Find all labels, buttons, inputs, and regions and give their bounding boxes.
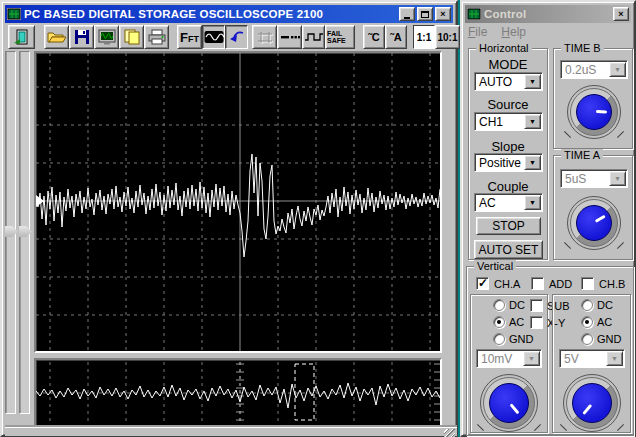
horizontal-group: Horizontal MODE AUTO ▼ Source CH1 ▼ Slop…	[468, 48, 548, 260]
desktop: { "main_window": { "title": "PC BASED DI…	[0, 0, 636, 437]
resize-grip[interactable]	[444, 429, 455, 437]
square-wave-icon	[304, 29, 324, 45]
time-a-value: 5uS	[561, 172, 609, 186]
copy-button[interactable]	[119, 25, 144, 49]
time-b-select: 0.2uS ▼	[560, 60, 628, 79]
couple-dropdown-arrow-icon[interactable]: ▼	[524, 195, 541, 210]
fail-safe-button[interactable]: FAIL SAFE	[325, 25, 355, 49]
toolbar: FFT FAIL SAFE ˜C ˜A 1:1 10:1	[5, 24, 457, 50]
preview-display[interactable]	[34, 358, 442, 428]
exit-door-icon	[12, 29, 32, 45]
chb-ac-label: AC	[597, 316, 612, 328]
source-select[interactable]: CH1 ▼	[474, 112, 543, 131]
add-checkbox-label: ADD	[549, 278, 572, 290]
knob-tick	[477, 424, 484, 431]
waveform-mode-button[interactable]	[202, 25, 225, 49]
main-titlebar[interactable]: PC BASED DIGITAL STORAGE OSCILLOSCOPE 21…	[5, 5, 453, 23]
chb-gnd-radio[interactable]	[581, 333, 593, 345]
save-button[interactable]	[69, 25, 94, 49]
print-button[interactable]	[144, 25, 169, 49]
time-a-select: 5uS ▼	[560, 169, 628, 188]
mode-dropdown-arrow-icon[interactable]: ▼	[524, 74, 541, 89]
grid-icon	[256, 29, 274, 45]
zoom-window-indicator[interactable]	[295, 364, 314, 420]
auto-set-button[interactable]: AUTO SET	[474, 240, 543, 259]
probe-10to1-button[interactable]: 10:1	[435, 25, 460, 49]
save-floppy-icon	[73, 29, 91, 45]
knob-tick	[564, 242, 571, 249]
open-folder-icon	[47, 29, 67, 45]
menu-help[interactable]: Help	[501, 25, 526, 41]
dotted-line-button[interactable]	[277, 25, 302, 49]
add-checkbox[interactable]	[531, 277, 544, 290]
slope-dropdown-arrow-icon[interactable]: ▼	[524, 155, 541, 170]
chb-dc-radio[interactable]	[581, 299, 593, 311]
cha-gain-knob[interactable]	[480, 374, 538, 432]
temp-c-label: ˜C	[368, 31, 380, 43]
sub-checkbox[interactable]	[530, 299, 543, 312]
source-dropdown-arrow-icon[interactable]: ▼	[524, 114, 541, 129]
knob-tick	[560, 424, 567, 431]
control-titlebar[interactable]: Control ×	[465, 5, 631, 23]
probe-1to1-button[interactable]: 1:1	[413, 25, 435, 49]
cha-knob-pointer	[481, 375, 537, 431]
main-waveform	[36, 53, 440, 351]
source-value: CH1	[475, 115, 524, 129]
slope-value: Positive	[475, 156, 524, 170]
time-a-knob[interactable]	[567, 196, 621, 250]
cha-position-slider-thumb[interactable]	[5, 226, 18, 237]
vertical-group-label: Vertical	[474, 260, 516, 272]
printer-icon	[147, 29, 167, 45]
square-wave-button[interactable]	[302, 25, 325, 49]
status-bar	[5, 427, 457, 436]
open-button[interactable]	[44, 25, 69, 49]
slope-select[interactable]: Positive ▼	[474, 153, 543, 172]
cha-gnd-label: GND	[509, 333, 533, 345]
knob-tick	[617, 131, 624, 138]
time-b-value: 0.2uS	[561, 63, 609, 77]
display-capture-button[interactable]	[94, 25, 119, 49]
time-b-dropdown-arrow-icon: ▼	[609, 62, 626, 77]
scope-screen-icon	[97, 29, 117, 45]
chb-gain-knob[interactable]	[563, 374, 621, 432]
probe-1to1-label: 1:1	[417, 32, 431, 43]
minimize-button[interactable]	[399, 7, 415, 21]
close-button[interactable]: ×	[435, 7, 451, 21]
temp-a-button[interactable]: ˜A	[385, 25, 407, 49]
minimize-icon	[404, 17, 410, 19]
chb-checkbox[interactable]	[581, 277, 594, 290]
refresh-arrow-button[interactable]	[225, 25, 248, 49]
slope-label: Slope	[469, 139, 547, 154]
fft-button[interactable]: FFT	[177, 25, 202, 49]
xy-checkbox[interactable]	[530, 316, 543, 329]
source-label: Source	[469, 97, 547, 112]
mode-value: AUTO	[475, 75, 524, 89]
fail-safe-label: FAIL SAFE	[327, 30, 353, 44]
exit-button[interactable]	[8, 25, 35, 49]
maximize-button[interactable]	[417, 7, 433, 21]
knob-tick	[617, 424, 624, 431]
chb-ac-radio[interactable]	[581, 316, 593, 328]
main-scope-display[interactable]	[34, 51, 442, 353]
trigger-level-marker[interactable]	[36, 195, 44, 207]
cha-range-value: 10mV	[477, 352, 523, 366]
oscilloscope-window: PC BASED DIGITAL STORAGE OSCILLOSCOPE 21…	[0, 0, 458, 437]
time-a-group: TIME A 5uS ▼	[553, 155, 633, 260]
stop-button[interactable]: STOP	[476, 217, 541, 235]
couple-select[interactable]: AC ▼	[474, 193, 543, 212]
time-b-label: TIME B	[561, 42, 604, 54]
menu-file[interactable]: File	[468, 25, 487, 41]
cha-ac-radio[interactable]	[493, 316, 505, 328]
cha-checkbox[interactable]	[476, 277, 489, 290]
horizontal-group-label: Horizontal	[476, 42, 532, 54]
mode-select[interactable]: AUTO ▼	[474, 72, 543, 91]
couple-label: Couple	[469, 179, 547, 194]
maximize-icon	[421, 11, 429, 18]
time-b-knob[interactable]	[567, 85, 621, 139]
knob-tick	[564, 131, 571, 138]
cha-dc-radio[interactable]	[493, 299, 505, 311]
temp-c-button[interactable]: ˜C	[363, 25, 385, 49]
control-close-button[interactable]: ×	[613, 7, 629, 21]
cha-gnd-radio[interactable]	[493, 333, 505, 345]
chb-position-slider-thumb[interactable]	[19, 226, 32, 237]
